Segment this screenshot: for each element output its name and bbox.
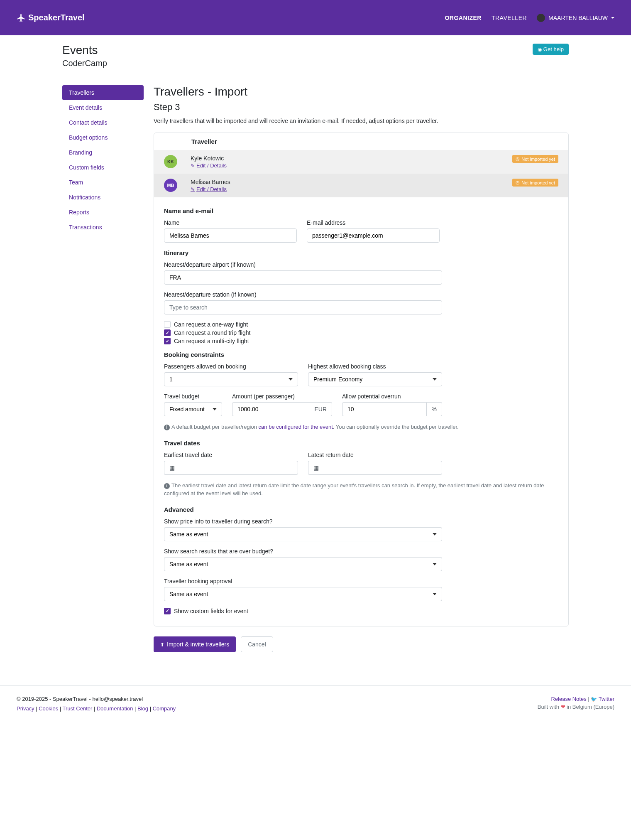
section-advanced: Advanced	[164, 506, 558, 513]
passengers-select[interactable]: 1	[164, 372, 298, 386]
sidebar-item-reports[interactable]: Reports	[62, 205, 144, 220]
footer-blog[interactable]: Blog	[137, 705, 148, 712]
user-menu[interactable]: MAARTEN BALLIAUW	[537, 14, 614, 22]
twitter-link[interactable]: Twitter	[591, 696, 614, 702]
amount-input[interactable]	[232, 402, 309, 416]
name-input[interactable]	[164, 228, 297, 243]
approval-select[interactable]: Same as event	[164, 587, 442, 601]
sidebar-item-event-details[interactable]: Event details	[62, 100, 144, 115]
custom-fields-checkbox[interactable]	[164, 608, 171, 614]
navbar: SpeakerTravel ORGANIZER TRAVELLER MAARTE…	[0, 0, 631, 35]
name-label: Name	[164, 219, 297, 226]
class-select[interactable]: Premium Economy	[308, 372, 442, 386]
step-title: Step 3	[154, 102, 569, 113]
clock-icon	[516, 180, 520, 185]
brand-text: SpeakerTravel	[28, 13, 85, 22]
footer-docs[interactable]: Documentation	[97, 705, 133, 712]
overrun-input[interactable]	[342, 402, 427, 416]
dates-help-text: iThe earliest travel date and latest ret…	[164, 481, 558, 498]
earliest-label: Earliest travel date	[164, 452, 298, 458]
section-booking: Booking constraints	[164, 351, 558, 358]
traveller-row[interactable]: KK Kyle Kotowic Edit / Details Not impor…	[154, 150, 568, 174]
budget-help-text: iA default budget per traveller/region c…	[164, 423, 558, 431]
email-input[interactable]	[307, 228, 440, 243]
copyright: © 2019-2025 - SpeakerTravel - hello@spea…	[17, 696, 176, 702]
station-input[interactable]	[164, 300, 442, 314]
sidebar-item-budget-options[interactable]: Budget options	[62, 130, 144, 145]
approval-label: Traveller booking approval	[164, 578, 442, 585]
sidebar-item-team[interactable]: Team	[62, 175, 144, 190]
edit-details-link[interactable]: Edit / Details	[191, 162, 227, 169]
sidebar-item-notifications[interactable]: Notifications	[62, 190, 144, 205]
avatar-icon: KK	[164, 155, 177, 168]
traveller-name: Kyle Kotowic	[191, 155, 512, 162]
brand-logo[interactable]: SpeakerTravel	[17, 13, 85, 22]
calendar-icon	[164, 461, 180, 475]
section-dates: Travel dates	[164, 440, 558, 447]
budget-select[interactable]: Fixed amount	[164, 402, 222, 416]
step-description: Verify travellers that will be imported …	[154, 118, 569, 124]
sidebar-item-transactions[interactable]: Transactions	[62, 220, 144, 235]
pencil-icon	[191, 186, 195, 192]
cancel-button[interactable]: Cancel	[241, 636, 273, 652]
footer: © 2019-2025 - SpeakerTravel - hello@spea…	[0, 685, 631, 722]
price-info-select[interactable]: Same as event	[164, 527, 442, 541]
get-help-button[interactable]: Get help	[533, 44, 569, 55]
multicity-checkbox[interactable]	[164, 338, 171, 344]
sidebar-item-branding[interactable]: Branding	[62, 145, 144, 160]
main-title: Travellers - Import	[154, 85, 569, 98]
multicity-label: Can request a multi-city flight	[174, 338, 249, 344]
budget-config-link[interactable]: can be configured for the event	[259, 424, 333, 430]
sidebar: Travellers Event details Contact details…	[62, 85, 144, 652]
sidebar-item-travellers[interactable]: Travellers	[62, 85, 144, 100]
footer-trust[interactable]: Trust Center	[63, 705, 93, 712]
page-title: Events	[62, 44, 107, 57]
info-icon: i	[164, 483, 170, 489]
help-icon	[538, 46, 542, 52]
roundtrip-checkbox[interactable]	[164, 329, 171, 336]
oneway-checkbox[interactable]	[164, 321, 171, 328]
avatar-icon: MB	[164, 179, 177, 192]
footer-company[interactable]: Company	[153, 705, 176, 712]
airport-label: Nearest/departure airport (if known)	[164, 261, 442, 268]
traveller-form: Name and e-mail Name E-mail address Itin…	[154, 197, 568, 626]
main-content: Travellers - Import Step 3 Verify travel…	[154, 85, 569, 652]
page-subtitle: CoderCamp	[62, 59, 107, 68]
twitter-icon	[591, 696, 597, 702]
over-budget-label: Show search results that are over budget…	[164, 548, 442, 555]
percent-label: %	[427, 402, 442, 416]
sidebar-item-custom-fields[interactable]: Custom fields	[62, 160, 144, 175]
earliest-date-input[interactable]	[180, 461, 298, 475]
user-name: MAARTEN BALLIAUW	[548, 15, 608, 21]
edit-details-link[interactable]: Edit / Details	[191, 186, 227, 192]
travellers-card: Traveller KK Kyle Kotowic Edit / Details…	[154, 133, 569, 626]
traveller-row[interactable]: MB Melissa Barnes Edit / Details Not imp…	[154, 174, 568, 197]
amount-label: Amount (per passenger)	[232, 393, 332, 400]
email-label: E-mail address	[307, 219, 440, 226]
footer-cookies[interactable]: Cookies	[39, 705, 58, 712]
custom-fields-label: Show custom fields for event	[174, 608, 248, 614]
heart-icon: ❤	[561, 704, 565, 710]
section-itinerary: Itinerary	[164, 249, 558, 256]
status-badge: Not imported yet	[512, 179, 558, 187]
footer-links: Privacy | Cookies | Trust Center | Docum…	[17, 705, 176, 712]
traveller-name: Melissa Barnes	[191, 179, 512, 185]
page-header: Events CoderCamp Get help	[62, 44, 569, 75]
over-budget-select[interactable]: Same as event	[164, 557, 442, 571]
passengers-label: Passengers allowed on booking	[164, 363, 298, 370]
footer-privacy[interactable]: Privacy	[17, 705, 34, 712]
nav-organizer[interactable]: ORGANIZER	[445, 15, 482, 21]
user-avatar-icon	[537, 14, 545, 22]
latest-date-input[interactable]	[324, 461, 442, 475]
budget-label: Travel budget	[164, 393, 222, 400]
currency-label: EUR	[309, 402, 332, 416]
latest-label: Latest return date	[308, 452, 442, 458]
sidebar-item-contact-details[interactable]: Contact details	[62, 115, 144, 130]
navbar-nav: ORGANIZER TRAVELLER MAARTEN BALLIAUW	[445, 14, 614, 22]
import-button[interactable]: Import & invite travellers	[154, 636, 236, 652]
airport-input[interactable]	[164, 270, 442, 285]
plane-icon	[17, 13, 26, 22]
release-notes-link[interactable]: Release Notes	[551, 696, 586, 702]
status-badge: Not imported yet	[512, 155, 558, 163]
nav-traveller[interactable]: TRAVELLER	[492, 15, 527, 21]
